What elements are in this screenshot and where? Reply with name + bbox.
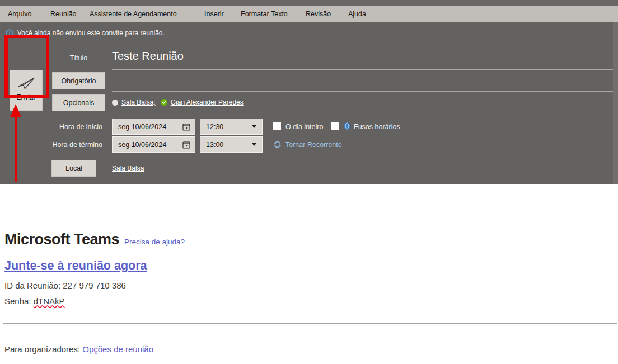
menu-tab-inserir[interactable]: Inserir — [204, 6, 224, 22]
end-date-value: seg 10/06/2024 — [113, 141, 182, 149]
meeting-id-value: 227 979 710 386 — [63, 281, 126, 290]
body-divider-line: ________________________________________… — [4, 207, 305, 217]
start-date-picker[interactable]: seg 10/06/2024 — [112, 119, 195, 135]
all-day-checkbox[interactable] — [273, 122, 281, 130]
calendar-icon[interactable] — [182, 122, 191, 131]
location-link[interactable]: Sala Balsa — [112, 164, 144, 172]
separator-below-required — [112, 91, 613, 92]
timezones-checkbox[interactable] — [331, 122, 339, 130]
password-value: dTNAkP — [34, 296, 65, 306]
attendee-link-gian-paredes[interactable]: Gian Alexander Paredes — [171, 98, 244, 106]
required-attendees-field[interactable]: Sala Balsa; Gian Alexander Paredes — [112, 98, 244, 106]
required-attendees-button[interactable]: Obrigatório — [52, 72, 105, 89]
join-meeting-link[interactable]: Junte-se à reunião agora — [4, 259, 147, 273]
end-time-label: Hora de término — [0, 141, 102, 149]
password-line: Senha: dTNAkP — [4, 296, 65, 306]
recurrence-icon — [273, 140, 282, 149]
menu-tab-ajuda[interactable]: Ajuda — [348, 6, 366, 22]
attendee-link-sala-balsa[interactable]: Sala Balsa; — [121, 98, 156, 106]
help-link[interactable]: Precisa de ajuda? — [124, 238, 185, 246]
menu-tab-formatar-texto[interactable]: Formatar Texto — [241, 6, 288, 22]
title-field-label: Título — [52, 54, 105, 62]
header-scrollbar[interactable] — [613, 22, 618, 184]
start-time-value: 12:30 — [200, 123, 252, 131]
make-recurring-link[interactable]: Tornar Recorrente — [273, 140, 342, 149]
title-bar — [0, 0, 618, 6]
meeting-options-link[interactable]: Opções de reunião — [82, 344, 153, 354]
optional-attendees-button[interactable]: Opcionais — [52, 94, 105, 111]
separator-below-location — [112, 177, 613, 177]
send-icon — [17, 75, 36, 91]
ribbon-menu-bar: Arquivo Reunião Assistente de Agendament… — [0, 6, 618, 22]
send-button-label: Enviar — [16, 93, 35, 101]
chevron-down-icon[interactable] — [252, 143, 256, 146]
presence-accepted-icon — [161, 99, 167, 106]
separator-below-optional — [112, 114, 613, 114]
body-horizontal-rule — [3, 323, 617, 324]
header-bottom-edge — [98, 181, 618, 181]
info-bar: Você ainda não enviou este convite para … — [6, 29, 165, 37]
info-icon — [6, 29, 13, 37]
separator-below-times — [112, 155, 613, 155]
teams-heading-row: Microsoft Teams Precisa de ajuda? — [4, 231, 185, 248]
timezones-label: Fusos horários — [354, 123, 400, 131]
start-date-value: seg 10/06/2024 — [113, 123, 182, 131]
organizers-label: Para organizadores: — [4, 344, 80, 354]
end-time-value: 13:00 — [200, 141, 252, 149]
menu-tab-reuniao[interactable]: Reunião — [50, 6, 77, 22]
menu-tab-revisao[interactable]: Revisão — [306, 6, 331, 22]
infobar-message: Você ainda não enviou este convite para … — [17, 29, 165, 37]
calendar-icon[interactable] — [182, 140, 191, 149]
meeting-form-header: Você ainda não enviou este convite para … — [0, 22, 618, 184]
send-button[interactable]: Enviar — [10, 70, 43, 111]
separator-below-title — [112, 69, 613, 70]
meeting-id-label: ID da Reunião: — [4, 281, 60, 290]
teams-title: Microsoft Teams — [4, 231, 119, 248]
globe-icon — [343, 122, 352, 131]
menu-tab-arquivo[interactable]: Arquivo — [8, 6, 31, 22]
organizers-line: Para organizadores: Opções de reunião — [4, 344, 153, 354]
chevron-down-icon[interactable] — [252, 125, 256, 128]
menu-tab-assistente-agendamento[interactable]: Assistente de Agendamento — [90, 6, 177, 22]
all-day-label: O dia inteiro — [285, 123, 323, 131]
password-label: Senha: — [4, 296, 31, 306]
location-button[interactable]: Local — [52, 160, 96, 177]
make-recurring-label: Tornar Recorrente — [285, 141, 342, 149]
end-time-dropdown[interactable]: 13:00 — [200, 136, 263, 153]
meeting-id-line: ID da Reunião: 227 979 710 386 — [4, 281, 126, 290]
presence-none-icon — [112, 100, 118, 106]
meeting-title-value[interactable]: Teste Reunião — [112, 50, 184, 63]
start-time-label: Hora de início — [0, 123, 102, 131]
start-time-dropdown[interactable]: 12:30 — [200, 119, 263, 135]
end-date-picker[interactable]: seg 10/06/2024 — [112, 136, 195, 153]
